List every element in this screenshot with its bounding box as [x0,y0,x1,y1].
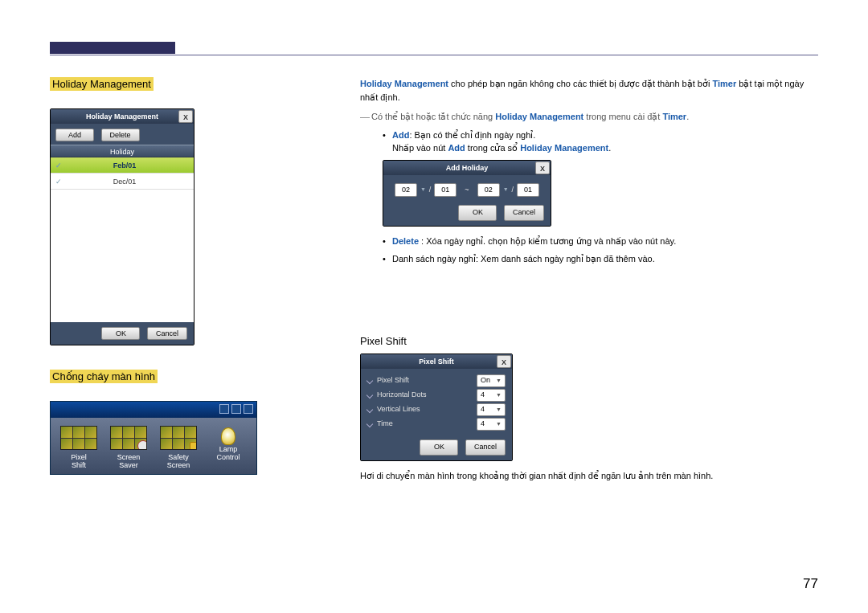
day-from[interactable]: 01 [434,183,457,198]
dialog-title: Pixel Shift X [361,354,512,369]
chevron-down-icon[interactable]: ▼ [420,186,426,194]
body-text: Có thể bật hoặc tắt chức năng [371,112,495,121]
tool-label: Screen [108,453,149,461]
dropdown-vlines[interactable]: 4▼ [477,403,506,416]
body-text: trong cửa sổ [465,143,520,153]
chevron-down-icon: ▼ [496,420,502,429]
body-text: . [686,112,689,121]
ps-label: Horizontal Dots [377,390,427,401]
window-icon[interactable] [219,404,229,414]
row-date: Dec/01 [67,174,194,189]
header-accent-bar [50,42,175,54]
window-icon[interactable] [231,404,241,414]
section-heading-2: Chống cháy màn hình [50,370,158,383]
tick-icon [366,421,373,427]
tool-lamp-control[interactable]: Lamp Control [208,426,248,469]
term-add: Add [392,130,409,140]
pixel-shift-heading: Pixel Shift [360,333,818,349]
chevron-down-icon[interactable]: ▼ [503,186,509,194]
dialog-title-text: Add Holiday [446,164,489,172]
tick-icon [366,378,373,384]
ok-button[interactable]: OK [458,205,497,221]
ps-label: Pixel Shift [377,375,409,386]
month-to[interactable]: 02 [477,183,500,198]
dropdown-pixel-shift[interactable]: On▼ [477,374,506,387]
ok-button[interactable]: OK [420,439,458,456]
term-holiday-management: Holiday Management [495,112,583,121]
body-text: : Xóa ngày nghỉ. chọn hộp kiểm tương ứng… [419,236,676,246]
dialog-title-text: Holiday Management [86,112,158,121]
tool-pixel-shift[interactable]: Pixel Shift [59,426,99,469]
term-timer: Timer [662,112,686,121]
pixel-shift-dialog: Pixel Shift X Pixel ShiftOn▼ Horizontal … [360,353,513,461]
tick-icon [366,392,373,398]
tool-screen-saver[interactable]: Screen Saver [108,426,149,469]
body-text: trong menu cài đặt [583,112,662,121]
section-heading-1: Holiday Management [50,77,154,91]
chevron-down-icon: ▼ [496,406,502,415]
tool-label: Shift [59,461,99,469]
tool-safety-screen[interactable]: Safety Screen [158,426,199,469]
ps-label: Time [377,419,393,430]
add-button[interactable]: Add [55,129,94,141]
ok-button[interactable]: OK [101,327,140,340]
term-holiday-management: Holiday Management [360,79,448,88]
page-number: 77 [803,576,818,592]
month-from[interactable]: 02 [395,183,417,198]
row-date: Feb/01 [67,157,194,173]
cancel-button[interactable]: Cancel [465,439,506,456]
dialog-title-text: Pixel Shift [419,358,454,366]
bullet-list: Danh sách ngày nghỉ: Xem danh sách ngày … [383,252,818,266]
checkbox-icon[interactable]: ✓ [55,174,67,189]
tool-label: Saver [108,461,149,469]
screen-burn-panel: Pixel Shift Screen Saver Safety Screen [50,401,257,475]
pixel-shift-desc: Hơi di chuyển màn hình trong khoảng thời… [360,469,818,483]
table-row[interactable]: ✓ Feb/01 [51,157,194,174]
bullet-delete: Delete : Xóa ngày nghỉ. chọn hộp kiểm tư… [383,235,818,248]
day-to[interactable]: 01 [517,183,539,198]
bullet-add: Add: Bạn có thể chỉ định ngày nghỉ. Nhấp… [383,129,818,155]
note-line: ― Có thể bật hoặc tắt chức năng Holiday … [360,110,818,124]
close-icon[interactable]: X [535,161,550,174]
tool-label: Safety [158,453,199,461]
intro-paragraph: Holiday Management cho phép bạn ngăn khô… [360,77,818,104]
table-row[interactable]: ✓ Dec/01 [51,174,194,190]
cancel-button[interactable]: Cancel [147,327,187,340]
window-icon[interactable] [244,404,253,414]
dropdown-hdots[interactable]: 4▼ [477,389,506,402]
body-text: cho phép bạn ngăn không cho các thiết bị… [448,79,712,88]
term-holiday-management: Holiday Management [520,143,608,153]
body-text: . [608,143,611,153]
dialog-title: Add Holiday X [383,161,551,175]
tool-label: Lamp [208,445,248,453]
lock-icon [190,442,197,450]
dropdown-time[interactable]: 4▼ [477,418,506,431]
tool-label: Pixel [59,453,99,461]
delete-button[interactable]: Delete [101,129,140,141]
term-add: Add [448,143,465,153]
checkbox-icon[interactable]: ✓ [55,157,67,173]
body-text: : Bạn có thể chỉ định ngày nghỉ. [409,130,535,140]
body-text: Danh sách ngày nghỉ: Xem danh sách ngày … [392,254,655,264]
tick-icon [366,407,373,413]
holiday-management-dialog: Holiday Management X Add Delete Holiday … [50,108,194,345]
close-icon[interactable]: X [178,110,193,123]
header-rule [50,55,818,55]
term-delete: Delete [392,236,419,246]
tool-label: Control [208,453,248,461]
panel-titlebar [51,402,256,418]
bulb-icon [221,427,235,445]
ps-label: Vertical Lines [377,404,420,415]
term-timer: Timer [712,79,736,88]
clock-icon [137,440,147,450]
cancel-button[interactable]: Cancel [504,205,544,221]
chevron-down-icon: ▼ [496,377,502,386]
chevron-down-icon: ▼ [496,391,502,400]
tool-label: Screen [158,461,199,469]
holiday-column-header: Holiday [51,145,194,157]
body-text: Nhấp vào nút [392,143,448,153]
close-icon[interactable]: X [497,355,511,368]
add-holiday-dialog: Add Holiday X 02▼ / 01 ~ 02▼ / 01 [383,160,551,227]
date-picker-row: 02▼ / 01 ~ 02▼ / 01 [390,183,544,198]
dialog-title: Holiday Management X [51,109,194,124]
